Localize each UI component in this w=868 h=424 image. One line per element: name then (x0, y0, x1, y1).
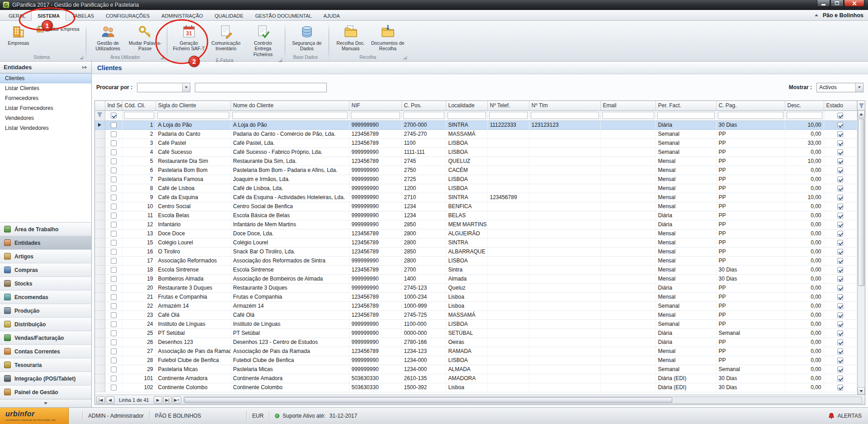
nav-item-stocks[interactable]: Stocks (0, 277, 91, 291)
client-row[interactable]: 27Associação de Pais da RamadaAssociação… (95, 347, 857, 356)
filter-estado-checkbox[interactable] (837, 113, 843, 119)
client-row[interactable]: 10Centro SocialCentro Social de Benfica9… (95, 202, 857, 211)
row-select-checkbox[interactable] (111, 357, 117, 363)
tab-qualidade[interactable]: QUALIDADE (209, 11, 250, 20)
client-row[interactable]: 2Padaria do CantoPadaria do Canto - Comé… (95, 129, 857, 138)
column-header-localidade[interactable]: Localidade (446, 101, 487, 110)
column-header-estado[interactable]: Estado (824, 101, 857, 110)
dialog-launcher-icon[interactable] (403, 56, 407, 59)
estado-checkbox[interactable] (837, 367, 843, 372)
nav-item-integracao-pos-tablet[interactable]: Integração (POS/Tablet) (0, 372, 91, 386)
column-header-email[interactable]: Email (600, 101, 656, 110)
tab-gestao-documental[interactable]: GESTÃO DOCUMENTAL (249, 11, 317, 20)
row-select-checkbox[interactable] (111, 122, 117, 128)
seguranca-de-dados-button[interactable]: Segurança de Dados (288, 23, 326, 52)
nav-item-contas-correntes[interactable]: Contas Correntes (0, 345, 91, 358)
client-row[interactable]: 101Continente AmadoraContinente Amadora5… (95, 374, 857, 383)
filter-input[interactable] (124, 112, 154, 119)
row-select-checkbox[interactable] (111, 303, 117, 309)
filter-input[interactable] (657, 112, 715, 119)
nav-item-artigos[interactable]: Artigos (0, 250, 91, 263)
column-header-n-tlm[interactable]: Nº Tlm (529, 101, 600, 110)
tab-ajuda[interactable]: AJUDA (317, 11, 345, 20)
estado-checkbox[interactable] (837, 303, 843, 309)
estado-checkbox[interactable] (837, 348, 843, 354)
dialog-launcher-icon[interactable] (80, 56, 83, 59)
estado-checkbox[interactable] (837, 357, 843, 363)
empresas-button[interactable]: Empresas (4, 23, 33, 47)
nav-item-area-de-trabalho[interactable]: Área de Trabalho (0, 223, 91, 236)
filter-input[interactable] (531, 112, 599, 119)
pin-icon[interactable] (82, 65, 88, 70)
estado-checkbox[interactable] (837, 231, 843, 237)
nav-item-vendas-facturacao[interactable]: Vendas/Facturação (0, 331, 91, 345)
nav-item-entidades[interactable]: Entidades (0, 236, 91, 250)
client-row[interactable]: 6Pastelaria Bom BomPastelaria Bom Bom - … (95, 166, 857, 175)
filter-select-all-checkbox[interactable] (111, 113, 117, 119)
row-select-checkbox[interactable] (111, 131, 117, 137)
client-row[interactable]: 102Continente ColomboContinente Colombo5… (95, 383, 857, 392)
gestao-de-utilizadores-button[interactable]: Gestão de Utilizadores (90, 23, 127, 52)
nav-item-producao[interactable]: Produção (0, 304, 91, 318)
filter-input[interactable] (602, 112, 654, 119)
column-header-c-pos[interactable]: C. Pos. (401, 101, 446, 110)
row-select-checkbox[interactable] (111, 158, 117, 164)
tab-administracao[interactable]: ADMINISTRAÇÃO (156, 11, 209, 20)
combo-dropdown-button[interactable] (855, 83, 863, 92)
estado-checkbox[interactable] (837, 294, 843, 300)
row-select-checkbox[interactable] (111, 267, 117, 273)
client-row[interactable]: 12InfantárioInfantário de Mem Martins999… (95, 220, 857, 229)
filter-cell-desc[interactable] (785, 110, 824, 120)
prev-record-button[interactable]: ◀ (106, 396, 114, 404)
sidebar-item-listar-clientes[interactable]: Listar Clientes (0, 83, 91, 93)
search-input[interactable] (195, 83, 327, 92)
row-select-checkbox[interactable] (111, 285, 117, 291)
client-row[interactable]: 20Restaurante 3 DuquesRestaurante 3 Duqu… (95, 283, 857, 292)
row-select-checkbox[interactable] (111, 204, 117, 210)
estado-checkbox[interactable] (837, 140, 843, 146)
dialog-launcher-icon[interactable] (160, 56, 164, 59)
estado-checkbox[interactable] (837, 285, 843, 291)
tab-geral[interactable]: GERAL (3, 11, 31, 20)
row-select-checkbox[interactable] (111, 348, 117, 354)
estado-checkbox[interactable] (837, 149, 843, 155)
search-field-combo[interactable] (137, 83, 190, 92)
collapse-ribbon-icon[interactable] (815, 14, 818, 16)
nav-item-distribuicao[interactable]: Distribuição (0, 318, 91, 331)
filter-cell-localidade[interactable] (446, 110, 487, 120)
grid-filter-button[interactable] (858, 101, 865, 110)
row-select-checkbox[interactable] (111, 213, 117, 219)
sidebar-item-vendedores[interactable]: Vendedores (0, 113, 91, 123)
estado-checkbox[interactable] (837, 330, 843, 336)
nav-item-encomendas[interactable]: Encomendas (0, 291, 91, 304)
horizontal-scroll-thumb[interactable] (184, 397, 673, 403)
client-row[interactable]: 13Doce DoceDoce Doce, Lda.1234567892800A… (95, 229, 857, 238)
row-select-checkbox[interactable] (111, 294, 117, 300)
documentos-de-recolha-button[interactable]: Documentos de Recolha (369, 23, 406, 52)
estado-checkbox[interactable] (837, 213, 843, 219)
filter-cell-n-tlm[interactable] (529, 110, 600, 120)
vertical-scrollbar[interactable] (857, 101, 865, 395)
client-row[interactable]: 7Pastelaria FamosaJoaquim e Irmãos, Lda.… (95, 175, 857, 184)
last-record-button[interactable]: ▶| (163, 396, 172, 404)
first-record-button[interactable]: |◀ (96, 396, 105, 404)
column-header-sigla[interactable]: Sigla do Cliente (156, 101, 231, 110)
sidebar-item-listar-fornecedores[interactable]: Listar Fornecedores (0, 103, 91, 113)
estado-checkbox[interactable] (837, 267, 843, 273)
filter-cell-cod-cli[interactable] (122, 110, 156, 120)
estado-checkbox[interactable] (837, 158, 843, 164)
estado-checkbox[interactable] (837, 312, 843, 318)
scroll-thumb[interactable] (858, 119, 864, 286)
estado-checkbox[interactable] (837, 176, 843, 182)
nav-item-compras[interactable]: Compras (0, 263, 91, 277)
row-select-checkbox[interactable] (111, 321, 117, 327)
sidebar-item-fornecedores[interactable]: Fornecedores (0, 93, 91, 103)
row-select-checkbox[interactable] (111, 258, 117, 264)
filter-input[interactable] (787, 112, 822, 119)
filter-input[interactable] (403, 112, 444, 119)
new-record-button[interactable]: ▶+ (173, 396, 181, 404)
filter-cell-nome[interactable] (231, 110, 349, 120)
estado-checkbox[interactable] (837, 240, 843, 246)
row-select-checkbox[interactable] (111, 249, 117, 255)
estado-checkbox[interactable] (837, 204, 843, 210)
